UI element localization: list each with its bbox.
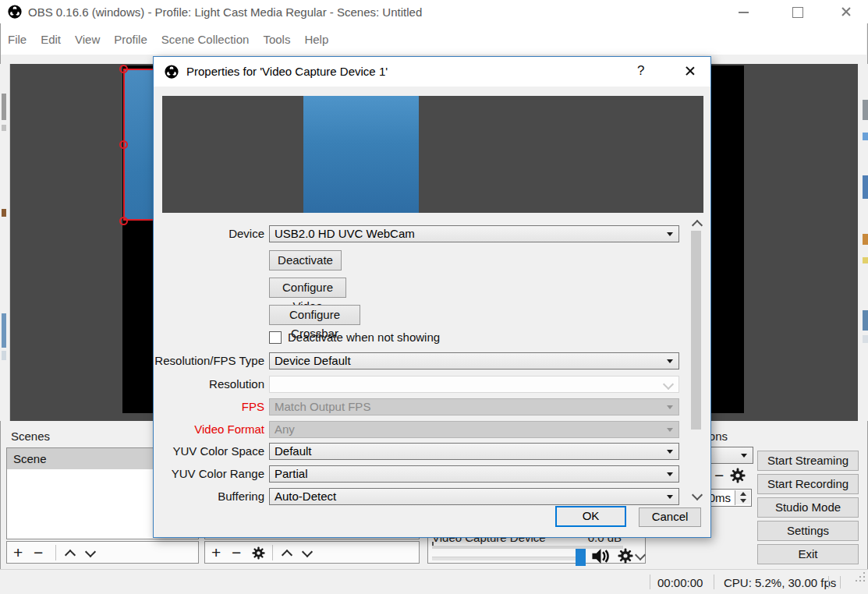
source-properties-gear-icon[interactable] [252,546,265,560]
resize-handle-top-left[interactable] [119,65,128,73]
toolbar-divider [272,545,273,560]
minimize-icon [739,12,749,13]
device-select[interactable]: USB2.0 HD UVC WebCam [269,225,679,242]
studio-mode-button[interactable]: Studio Mode [757,497,859,518]
obs-logo-icon [8,5,22,19]
device-label: Device [154,225,264,242]
yuv-color-space-select[interactable]: Default [269,443,679,460]
fps-label: FPS [154,398,264,415]
right-edge-strip [858,64,868,421]
close-button[interactable] [833,0,859,23]
video-format-label: Video Format [154,421,264,438]
scrollbar-thumb[interactable] [691,231,701,430]
sources-toolbar: + − [204,541,420,564]
spinner-down-button[interactable] [735,497,750,504]
resize-handle-middle-left[interactable] [119,140,128,149]
left-edge-strip [0,64,10,421]
menu-bar: File Edit View Profile Scene Collection … [1,23,866,55]
camera-preview-feed [303,96,419,213]
window-title: OBS 0.16.6 (windows) - Profile: Light Ca… [28,5,422,19]
start-streaming-button[interactable]: Start Streaming [757,451,859,471]
resize-grip[interactable] [856,580,857,582]
resolution-label: Resolution [154,376,264,393]
scroll-down-icon[interactable] [692,490,703,500]
chevron-down-icon [667,405,673,409]
menu-tools[interactable]: Tools [256,33,297,46]
start-recording-button[interactable]: Start Recording [757,474,859,494]
remove-transition-button[interactable]: − [714,465,724,485]
arrow-up-icon [740,489,746,496]
remove-source-button[interactable]: − [232,543,241,562]
menu-view[interactable]: View [68,33,107,46]
move-scene-down-icon[interactable] [85,546,96,557]
yuv-color-range-select[interactable]: Partial [269,465,679,483]
remove-scene-button[interactable]: − [34,543,43,562]
configure-video-button[interactable]: Configure Video [269,278,346,298]
add-source-button[interactable]: + [211,543,221,562]
dialog-titlebar[interactable]: Properties for 'Video Capture Device 1' … [154,57,710,87]
fps-select: Match Output FPS [269,398,679,415]
properties-dialog: Properties for 'Video Capture Device 1' … [153,56,711,538]
chevron-down-icon [667,495,673,499]
chevron-down-icon [667,232,673,236]
close-icon [841,6,852,17]
resolution-select [269,376,679,393]
yuv-color-space-label: YUV Color Space [154,443,264,460]
mixer-expand-icon[interactable] [635,550,646,560]
checkbox-label: Deactivate when not showing [288,331,440,344]
chevron-down-icon [667,472,673,476]
chevron-down-icon [667,450,673,454]
speaker-icon[interactable] [591,548,611,564]
video-format-select: Any [269,421,679,438]
configure-crossbar-button[interactable]: Configure Crossbar [269,305,360,325]
scenes-header: Scenes [11,430,50,443]
dialog-help-button[interactable]: ? [637,63,644,79]
arrow-down-icon [740,499,746,506]
chevron-down-icon [741,454,747,458]
move-source-up-icon[interactable] [282,550,292,560]
add-scene-button[interactable]: + [13,543,23,562]
ok-button[interactable]: OK [555,506,626,527]
toolbar-divider [55,545,56,560]
menu-help[interactable]: Help [297,33,335,46]
transition-gear-icon[interactable] [730,468,746,483]
resize-handle-bottom-left[interactable] [119,217,128,225]
resolution-fps-type-label: Resolution/FPS Type [154,352,264,369]
scenes-toolbar: + − [6,541,199,564]
menu-profile[interactable]: Profile [107,33,154,46]
spinner-buttons [735,490,750,505]
mixer-gear-icon[interactable] [618,548,633,564]
maximize-icon [792,7,803,18]
obs-main-window: OBS 0.16.6 (windows) - Profile: Light Ca… [0,0,868,594]
volume-slider-handle[interactable] [576,549,586,566]
status-timecode: 00:00:00 [657,576,703,589]
menu-file[interactable]: File [1,33,34,46]
move-scene-up-icon[interactable] [65,550,76,560]
chevron-down-icon [663,379,674,390]
dialog-scrollbar[interactable] [690,217,703,503]
chevron-down-icon [667,428,673,432]
cancel-button[interactable]: Cancel [639,507,701,527]
deactivate-button[interactable]: Deactivate [269,250,342,270]
camera-preview [162,96,703,213]
exit-button[interactable]: Exit [757,544,859,564]
yuv-color-range-label: YUV Color Range [154,465,264,483]
status-cpu-fps: CPU: 5.2%, 30.00 fps [724,576,836,589]
deactivate-when-not-showing-checkbox[interactable] [269,331,282,344]
menu-edit[interactable]: Edit [34,33,68,46]
maximize-button[interactable] [784,0,810,23]
volume-slider-track[interactable] [432,557,585,560]
dialog-title: Properties for 'Video Capture Device 1' [186,65,388,78]
menu-scene-collection[interactable]: Scene Collection [154,33,257,46]
scroll-up-icon[interactable] [692,220,703,231]
buffering-select[interactable]: Auto-Detect [269,488,679,505]
buffering-label: Buffering [154,488,264,505]
settings-button[interactable]: Settings [757,521,859,541]
dialog-close-icon[interactable] [685,65,696,76]
chevron-down-icon [667,359,673,363]
move-source-down-icon[interactable] [302,546,313,557]
resolution-fps-type-select[interactable]: Device Default [269,352,679,369]
minimize-button[interactable] [731,0,757,23]
status-bar: 00:00:00 CPU: 5.2%, 30.00 fps [0,569,868,594]
window-titlebar[interactable]: OBS 0.16.6 (windows) - Profile: Light Ca… [0,0,868,23]
